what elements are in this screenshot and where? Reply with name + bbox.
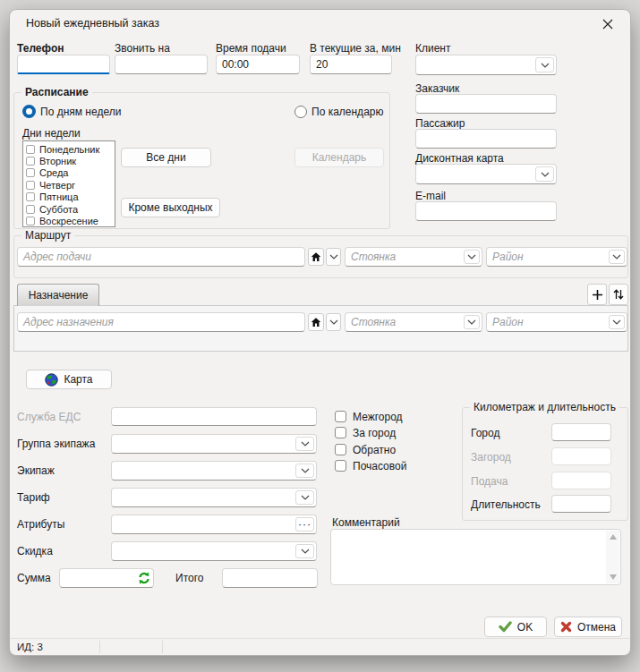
- status-divider: [99, 641, 100, 653]
- duration-input[interactable]: [551, 495, 611, 513]
- hourly-checkbox[interactable]: [335, 460, 346, 472]
- passenger-input[interactable]: [415, 129, 557, 149]
- tariff-combobox[interactable]: [111, 488, 317, 507]
- weekday-row[interactable]: Воскресение: [26, 215, 115, 226]
- intercity-checkbox[interactable]: [335, 411, 346, 422]
- total-label: Итого: [175, 572, 203, 584]
- pickup-district-combobox[interactable]: Район: [486, 247, 627, 267]
- weekday-label: Вторник: [39, 156, 76, 166]
- out-of-town-checkbox[interactable]: [335, 427, 346, 438]
- discount-card-label: Дисконтная карта: [415, 152, 504, 165]
- titlebar[interactable]: Новый ежедневный заказ: [10, 10, 630, 37]
- reorder-destinations-button[interactable]: [609, 284, 628, 305]
- weekday-list[interactable]: Понедельник Вторник Среда Четверг Пятниц…: [22, 140, 115, 227]
- house-icon: [311, 251, 321, 262]
- radio-by-weekdays[interactable]: [22, 105, 36, 118]
- home-address-button[interactable]: [308, 313, 324, 331]
- chevron-down-icon[interactable]: [464, 250, 480, 264]
- pickup-address-dropdown-button[interactable]: [326, 248, 341, 266]
- checkbox-icon[interactable]: [26, 205, 35, 214]
- chevron-down-icon[interactable]: [535, 57, 554, 72]
- chevron-down-icon[interactable]: [295, 490, 314, 505]
- discount-combobox[interactable]: [111, 541, 317, 561]
- weekday-row[interactable]: Вторник: [26, 155, 115, 166]
- weekday-label: Суббота: [39, 204, 78, 215]
- to-current-input[interactable]: [310, 55, 392, 74]
- chevron-down-icon[interactable]: [464, 315, 480, 329]
- return-checkbox[interactable]: [335, 444, 346, 455]
- destination-address-input[interactable]: Адрес назначения: [17, 312, 305, 332]
- chevron-down-icon[interactable]: [295, 464, 314, 478]
- to-current-label: В текущие за, мин: [310, 42, 401, 55]
- weekday-row[interactable]: Среда: [26, 167, 115, 179]
- client-combobox[interactable]: [415, 55, 557, 75]
- scroll-down-icon[interactable]: [610, 574, 617, 580]
- destination-stand-combobox[interactable]: Стоянка: [345, 312, 482, 332]
- tab-destination[interactable]: Назначение: [17, 284, 99, 306]
- chevron-down-icon[interactable]: [535, 166, 554, 182]
- status-bar: ИД: 3: [10, 638, 630, 655]
- checkbox-icon[interactable]: [26, 192, 35, 201]
- checkbox-icon[interactable]: [26, 168, 35, 177]
- call-to-input[interactable]: [115, 55, 208, 74]
- pickup-district-placeholder: Район: [492, 251, 524, 263]
- weekday-row[interactable]: Пятница: [26, 191, 115, 203]
- suburb-mileage-label: Загород: [471, 451, 511, 464]
- chevron-down-icon[interactable]: [295, 437, 314, 451]
- destination-district-combobox[interactable]: Район: [486, 312, 627, 332]
- destination-address-dropdown-button[interactable]: [326, 313, 341, 331]
- all-days-button[interactable]: Все дни: [121, 148, 211, 167]
- sum-label: Сумма: [17, 572, 51, 584]
- call-to-label: Звонить на: [115, 42, 170, 55]
- customer-input[interactable]: [415, 94, 557, 114]
- weekday-row[interactable]: Четверг: [26, 179, 115, 191]
- city-mileage-input[interactable]: [551, 423, 611, 441]
- cancel-button[interactable]: Отмена: [554, 617, 622, 637]
- add-destination-button[interactable]: [587, 284, 607, 305]
- eds-service-label: Служба ЕДС: [17, 411, 81, 423]
- chevron-down-icon[interactable]: [295, 544, 314, 558]
- phone-input[interactable]: [17, 55, 110, 74]
- pickup-address-input[interactable]: Адрес подачи: [17, 247, 305, 267]
- comment-textarea[interactable]: [330, 529, 621, 585]
- close-button[interactable]: [596, 13, 619, 35]
- globe-icon: [45, 373, 58, 387]
- ellipsis-button[interactable]: ···: [295, 517, 314, 532]
- chevron-down-icon[interactable]: [609, 315, 625, 329]
- scroll-up-icon[interactable]: [610, 534, 617, 540]
- customer-label: Заказчик: [415, 82, 459, 95]
- comment-label: Комментарий: [332, 516, 400, 529]
- email-label: E-mail: [415, 190, 446, 202]
- pickup-stand-combobox[interactable]: Стоянка: [345, 247, 482, 267]
- sum-input[interactable]: [59, 568, 154, 588]
- discount-card-combobox[interactable]: [415, 164, 557, 184]
- checkbox-icon[interactable]: [26, 217, 35, 225]
- weekday-row[interactable]: Понедельник: [26, 143, 115, 155]
- duration-label: Длительность: [471, 498, 541, 511]
- route-legend: Маршрут: [21, 229, 74, 242]
- ok-button[interactable]: OK: [484, 617, 547, 637]
- scrollbar[interactable]: [606, 531, 619, 583]
- checkbox-icon[interactable]: [26, 181, 35, 190]
- window-title: Новый ежедневный заказ: [26, 17, 159, 30]
- checkbox-icon[interactable]: [26, 157, 35, 166]
- email-input[interactable]: [415, 201, 557, 221]
- refresh-icon[interactable]: [137, 571, 151, 585]
- weekday-label: Четверг: [39, 180, 75, 191]
- pickup-time-input[interactable]: [216, 55, 300, 74]
- chevron-down-icon[interactable]: [609, 250, 625, 264]
- crew-group-combobox[interactable]: [111, 434, 317, 454]
- attributes-input[interactable]: ···: [111, 515, 317, 534]
- eds-service-input[interactable]: [111, 407, 317, 426]
- crew-combobox[interactable]: [111, 461, 317, 481]
- intercity-label: Межгород: [353, 411, 403, 423]
- chevron-down-icon: [329, 254, 338, 259]
- map-button[interactable]: Карта: [26, 370, 112, 389]
- radio-by-calendar[interactable]: [294, 106, 307, 118]
- home-address-button[interactable]: [308, 248, 324, 266]
- except-weekends-button[interactable]: Кроме выходных: [121, 198, 220, 217]
- total-input[interactable]: [222, 568, 318, 588]
- checkbox-icon[interactable]: [26, 145, 35, 154]
- weekday-row[interactable]: Суббота: [26, 203, 115, 215]
- mileage-legend: Километраж и длительность: [470, 401, 619, 413]
